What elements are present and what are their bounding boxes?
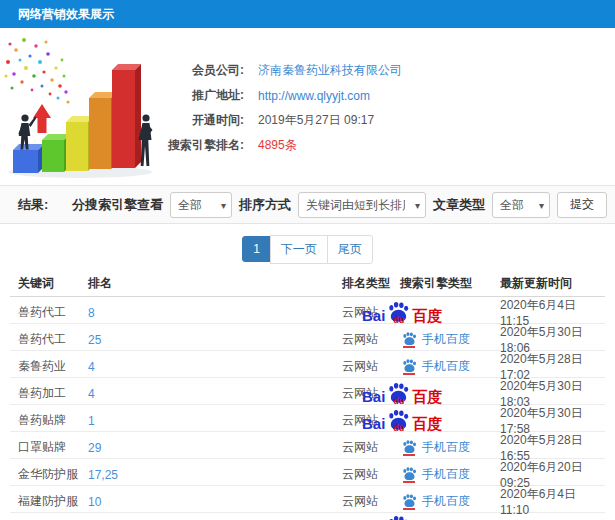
table-body: 兽药代工 8 云网站 Bai du 百度 2020年6月4日 11:15 xyxy=(10,297,605,520)
column-header: 排名 xyxy=(88,275,342,292)
article-select[interactable]: 全部 xyxy=(492,192,550,218)
mobile-baidu-paw-icon xyxy=(402,332,417,347)
table-row: 兽药贴牌 1 云网站 Bai du 百度 2020年5月30日 17:58 xyxy=(10,405,605,432)
mobile-baidu-label: 手机百度 xyxy=(422,439,470,456)
baidu-logo-bai-text: Bai xyxy=(362,308,385,323)
baidu-logo: Bai du 百度 xyxy=(362,410,442,431)
keyword-cell: 福建防护服 xyxy=(10,493,88,510)
pager-item[interactable]: 下一页 xyxy=(270,235,328,264)
mobile-baidu-logo: 手机百度 xyxy=(402,358,470,375)
sort-filter-label: 排序方式 xyxy=(239,196,291,214)
column-header: 最新更新时间 xyxy=(500,275,605,292)
result-label: 结果: xyxy=(18,196,48,214)
table-row: 秦鲁药业 4 云网站 手机百度 2020年5月28日 17:02 xyxy=(10,351,605,378)
keyword-cell: 秦鲁药业 xyxy=(10,358,88,375)
article-filter-label: 文章类型 xyxy=(433,196,485,214)
baidu-paw-icon: du xyxy=(386,383,411,404)
column-header: 搜索引擎类型 xyxy=(400,275,500,292)
table-row: 福建防护服 10 云网站 手机百度 2020年6月4日 11:10 xyxy=(10,486,605,513)
mobile-baidu-logo: 手机百度 xyxy=(402,493,470,510)
filter-bar: 结果: 分搜索引擎查看 全部 排序方式 关键词由短到长排序 文章类型 全部 提交 xyxy=(0,185,615,224)
baidu-paw-icon: du xyxy=(386,516,411,520)
baidu-logo-cn-text: 百度 xyxy=(412,308,442,323)
account-info-list: 会员公司: 济南秦鲁药业科技有限公司 推广地址: http://www.qlyy… xyxy=(158,58,605,158)
info-value-link[interactable]: http://www.qlyyjt.com xyxy=(258,89,370,103)
engine-select-wrap: 全部 xyxy=(170,192,232,218)
info-label: 开通时间: xyxy=(158,112,244,129)
column-header: 关键词 xyxy=(10,275,88,292)
keyword-cell: 金华防护服 xyxy=(10,466,88,483)
account-info-section: 会员公司: 济南秦鲁药业科技有限公司 推广地址: http://www.qlyy… xyxy=(0,28,615,185)
submit-button[interactable]: 提交 xyxy=(557,192,607,218)
pager-item[interactable]: 尾页 xyxy=(327,235,373,264)
baidu-logo-cn-text: 百度 xyxy=(412,416,442,431)
confetti-dots xyxy=(4,38,69,104)
mobile-baidu-logo: 手机百度 xyxy=(402,466,470,483)
rank-link[interactable]: 1 xyxy=(88,414,342,428)
rank-type-cell: 云网站 xyxy=(342,493,400,510)
engine-filter-label: 分搜索引擎查看 xyxy=(72,196,163,214)
mobile-baidu-label: 手机百度 xyxy=(422,331,470,348)
rank-link[interactable]: 8 xyxy=(88,306,342,320)
keyword-cell: 兽药贴牌 xyxy=(10,412,88,429)
table-row: 兽药加工 4 云网站 Bai du 百度 2020年5月30日 18:03 xyxy=(10,378,605,405)
rank-link[interactable]: 17,25 xyxy=(88,468,342,482)
keyword-cell: 口罩贴牌 xyxy=(10,439,88,456)
mobile-baidu-paw-icon xyxy=(402,359,417,374)
filter-controls: 分搜索引擎查看 全部 排序方式 关键词由短到长排序 文章类型 全部 提交 xyxy=(72,192,607,218)
column-header: 排名类型 xyxy=(342,275,400,292)
baidu-logo: Bai du 百度 xyxy=(362,516,442,520)
bar-red xyxy=(112,64,141,168)
pager-current-page[interactable]: 1 xyxy=(242,236,271,262)
page-title: 网络营销效果展示 xyxy=(18,7,114,21)
rank-link[interactable]: 10 xyxy=(88,495,342,509)
info-row: 搜索引擎排名: 4895条 xyxy=(158,133,605,158)
info-row: 会员公司: 济南秦鲁药业科技有限公司 xyxy=(158,58,605,83)
info-label: 推广地址: xyxy=(158,87,244,104)
results-table: 关键词排名排名类型搜索引擎类型最新更新时间 兽药代工 8 云网站 Bai du … xyxy=(10,271,605,520)
engine-select[interactable]: 全部 xyxy=(170,192,232,218)
mobile-baidu-paw-icon xyxy=(402,494,417,509)
baidu-logo: Bai du 百度 xyxy=(362,383,442,404)
mobile-baidu-paw-icon xyxy=(402,467,417,482)
info-label: 搜索引擎排名: xyxy=(158,137,244,154)
table-header-row: 关键词排名排名类型搜索引擎类型最新更新时间 xyxy=(10,271,605,297)
baidu-logo-cn-text: 百度 xyxy=(412,389,442,404)
table-row: 金华防护服 17,25 云网站 手机百度 2020年6月20日 09:25 xyxy=(10,459,605,486)
table-row: 口罩贴牌 29 云网站 手机百度 2020年5月28日 16:55 xyxy=(10,432,605,459)
mobile-baidu-logo: 手机百度 xyxy=(402,439,470,456)
rank-type-cell: 云网站 xyxy=(342,466,400,483)
mobile-baidu-paw-icon xyxy=(402,440,417,455)
baidu-logo-bai-text: Bai xyxy=(362,416,385,431)
info-value-link[interactable]: 济南秦鲁药业科技有限公司 xyxy=(258,62,402,79)
article-select-wrap: 全部 xyxy=(492,192,550,218)
info-value: 2019年5月27日 09:17 xyxy=(258,112,374,129)
rank-link[interactable]: 4 xyxy=(88,360,342,374)
baidu-paw-icon: du xyxy=(386,302,411,323)
page: 网络营销效果展示 xyxy=(0,0,615,520)
window-titlebar: 网络营销效果展示 xyxy=(0,0,615,28)
sort-select[interactable]: 关键词由短到长排序 xyxy=(298,192,426,218)
keyword-cell: 兽药代工 xyxy=(10,304,88,321)
rank-type-cell: 云网站 xyxy=(342,331,400,348)
table-row: 兽药代工 25 云网站 手机百度 2020年5月30日 18:06 xyxy=(10,324,605,351)
info-value: 4895条 xyxy=(258,137,297,154)
mobile-baidu-label: 手机百度 xyxy=(422,358,470,375)
rank-link[interactable]: 4 xyxy=(88,387,342,401)
info-label: 会员公司: xyxy=(158,62,244,79)
sort-select-wrap: 关键词由短到长排序 xyxy=(298,192,426,218)
baidu-logo-bai-text: Bai xyxy=(362,389,385,404)
info-row: 推广地址: http://www.qlyyjt.com xyxy=(158,83,605,108)
table-row: 兽药代工 8 云网站 Bai du 百度 2020年6月4日 11:15 xyxy=(10,297,605,324)
rank-link[interactable]: 29 xyxy=(88,441,342,455)
rank-type-cell: 云网站 xyxy=(342,439,400,456)
mobile-baidu-logo: 手机百度 xyxy=(402,331,470,348)
promo-bar-chart-image xyxy=(0,30,178,182)
mobile-baidu-label: 手机百度 xyxy=(422,466,470,483)
keyword-cell: 兽药代工 xyxy=(10,331,88,348)
update-time-cell: 2020年6月4日 11:10 xyxy=(500,486,605,517)
rank-link[interactable]: 25 xyxy=(88,333,342,347)
info-row: 开通时间: 2019年5月27日 09:17 xyxy=(158,108,605,133)
baidu-logo: Bai du 百度 xyxy=(362,302,442,323)
rank-type-cell: 云网站 xyxy=(342,358,400,375)
